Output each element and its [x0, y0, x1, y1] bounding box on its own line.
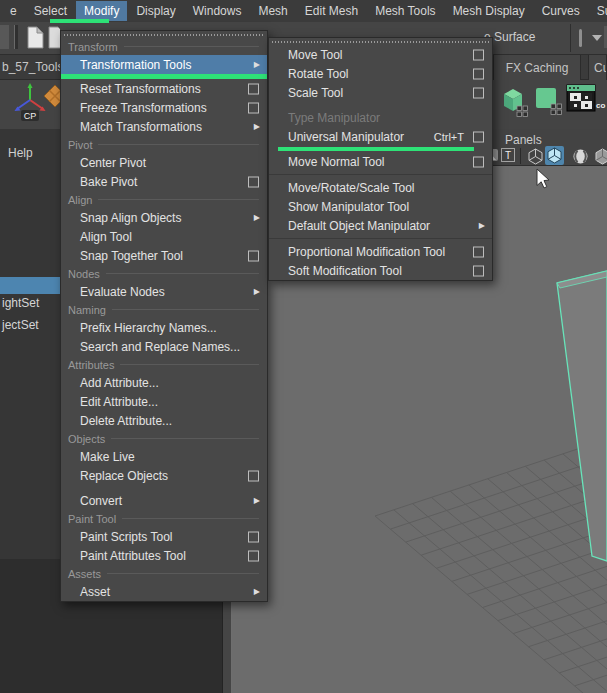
submenu-arrow-icon: ▶ [254, 122, 260, 131]
menu-item-paint-scripts-tool[interactable]: Paint Scripts Tool [61, 527, 267, 546]
menu-item-evaluate-nodes[interactable]: Evaluate Nodes▶ [61, 282, 267, 301]
menu-item-align-tool[interactable]: Align Tool [61, 227, 267, 246]
option-box[interactable] [248, 470, 259, 481]
menu-curves[interactable]: Curves [534, 1, 588, 21]
outliner-help-menu[interactable]: Help [8, 146, 33, 160]
menu-section-pivot: Pivot [61, 136, 267, 153]
submenu-item-universal-manipulator[interactable]: Universal ManipulatorCtrl+T [269, 127, 492, 146]
menu-separator [269, 238, 492, 239]
transformation-tools-submenu: Move Tool Rotate Tool Scale Tool Type Ma… [268, 37, 493, 281]
menu-section-paint-tool: Paint Tool [61, 510, 267, 527]
menu-item-edit-attribute[interactable]: Edit Attribute... [61, 392, 267, 411]
submenu-item-show-manipulator-tool[interactable]: Show Manipulator Tool [269, 197, 492, 216]
menu-item-snap-align-objects[interactable]: Snap Align Objects▶ [61, 208, 267, 227]
menu-item-add-attribute[interactable]: Add Attribute... [61, 373, 267, 392]
poly-cube-icon[interactable] [496, 84, 530, 118]
shaded-cube-icon-selected[interactable] [545, 146, 564, 165]
menu-mesh-tools[interactable]: Mesh Tools [367, 1, 443, 21]
outliner-item-lightset[interactable]: ightSet [2, 296, 39, 310]
material-sphere-icon[interactable] [572, 148, 589, 165]
option-box[interactable] [473, 246, 484, 257]
menu-item-prefix-hierarchy-names[interactable]: Prefix Hierarchy Names... [61, 318, 267, 337]
menu-item-paint-attributes-tool[interactable]: Paint Attributes Tool [61, 546, 267, 565]
open-scene-icon[interactable] [48, 26, 60, 49]
mouse-cursor [536, 168, 552, 190]
menu-display[interactable]: Display [128, 1, 183, 21]
svg-text:CP: CP [24, 111, 37, 121]
menu-section-nodes: Nodes [61, 265, 267, 282]
menu-item-asset[interactable]: Asset▶ [61, 582, 267, 601]
submenu-arrow-icon: ▶ [254, 496, 260, 505]
menu-file-partial[interactable]: e [2, 1, 25, 21]
textured-cube-icon[interactable] [594, 148, 607, 165]
menu-section-naming: Naming [61, 301, 267, 318]
menu-mesh[interactable]: Mesh [250, 1, 295, 21]
new-scene-icon[interactable] [27, 26, 44, 49]
menu-windows[interactable]: Windows [185, 1, 250, 21]
option-box[interactable] [248, 550, 259, 561]
menu-item-bake-pivot[interactable]: Bake Pivot [61, 172, 267, 191]
poly-plane-icon[interactable] [534, 86, 564, 116]
option-box[interactable] [248, 176, 259, 187]
menu-item-delete-attribute[interactable]: Delete Attribute... [61, 411, 267, 430]
text-tool-icon[interactable]: T [501, 148, 515, 162]
menu-item-search-and-replace-names[interactable]: Search and Replace Names... [61, 337, 267, 356]
menu-select[interactable]: Select [26, 1, 75, 21]
menu-item-make-live[interactable]: Make Live [61, 447, 267, 466]
shelf-partial-icon-label[interactable]: co [596, 101, 605, 110]
menu-mesh-display[interactable]: Mesh Display [445, 1, 533, 21]
menu-item-freeze-transformations[interactable]: Freeze Transformations [61, 98, 267, 117]
annotation-underline-modify [50, 19, 109, 23]
menu-section-transform: Transform [61, 38, 267, 55]
annotation-underline-universal-manipulator [278, 147, 474, 151]
submenu-item-move-normal-tool[interactable]: Move Normal Tool [269, 152, 492, 171]
submenu-item-soft-modification-tool[interactable]: Soft Modification Tool [269, 261, 492, 280]
submenu-item-default-object-manipulator[interactable]: Default Object Manipulator▶ [269, 216, 492, 235]
modify-menu-panel: Transform Transformation Tools▶ Reset Tr… [60, 30, 268, 602]
caret-down-icon[interactable] [592, 35, 602, 41]
wireframe-cube-icon[interactable] [527, 148, 544, 165]
menu-item-match-transformations[interactable]: Match Transformations▶ [61, 117, 267, 136]
option-box[interactable] [473, 131, 484, 142]
shelf-tab-custom-partial[interactable]: Cus [588, 55, 607, 80]
submenu-item-move-tool[interactable]: Move Tool [269, 45, 492, 64]
menu-tearoff[interactable] [269, 38, 492, 45]
selected-mesh-face[interactable] [557, 271, 607, 561]
menu-item-transformation-tools[interactable]: Transformation Tools▶ [61, 55, 267, 74]
toolbar-handle-icon[interactable] [14, 25, 18, 49]
outliner-item-objectset[interactable]: jectSet [2, 318, 39, 332]
symmetry-divider-icon[interactable] [579, 29, 582, 47]
shelf-tab-current[interactable]: b_57_Tools [2, 60, 63, 74]
menu-item-replace-objects[interactable]: Replace Objects [61, 466, 267, 485]
option-box[interactable] [248, 83, 259, 94]
option-box[interactable] [248, 102, 259, 113]
submenu-item-rotate-tool[interactable]: Rotate Tool [269, 64, 492, 83]
menu-item-reset-transformations[interactable]: Reset Transformations [61, 79, 267, 98]
toolbar-partial-icon[interactable] [0, 25, 9, 49]
icon-separator [520, 148, 521, 164]
ground-grid [375, 429, 607, 693]
option-box[interactable] [248, 250, 259, 261]
uv-checker-icon[interactable] [566, 84, 596, 112]
menu-edit-mesh[interactable]: Edit Mesh [297, 1, 366, 21]
submenu-arrow-icon: ▶ [254, 213, 260, 222]
submenu-item-proportional-modification-tool[interactable]: Proportional Modification Tool [269, 242, 492, 261]
menu-item-convert[interactable]: Convert▶ [61, 491, 267, 510]
shelf-tab-fx-caching[interactable]: FX Caching [493, 55, 581, 80]
menu-item-center-pivot[interactable]: Center Pivot [61, 153, 267, 172]
menu-tearoff[interactable] [61, 31, 267, 38]
option-box[interactable] [473, 68, 484, 79]
menu-section-assets: Assets [61, 565, 267, 582]
submenu-arrow-icon: ▶ [254, 587, 260, 596]
option-box[interactable] [473, 87, 484, 98]
menu-modify[interactable]: Modify [76, 1, 127, 21]
option-box[interactable] [473, 156, 484, 167]
submenu-item-scale-tool[interactable]: Scale Tool [269, 83, 492, 102]
option-box[interactable] [473, 49, 484, 60]
submenu-item-move-rotate-scale-tool[interactable]: Move/Rotate/Scale Tool [269, 178, 492, 197]
option-box[interactable] [473, 265, 484, 276]
menu-surfaces[interactable]: Surfaces [589, 1, 607, 21]
menu-item-snap-together-tool[interactable]: Snap Together Tool [61, 246, 267, 265]
option-box[interactable] [248, 531, 259, 542]
viewport-panels-menu[interactable]: Panels [505, 133, 542, 147]
